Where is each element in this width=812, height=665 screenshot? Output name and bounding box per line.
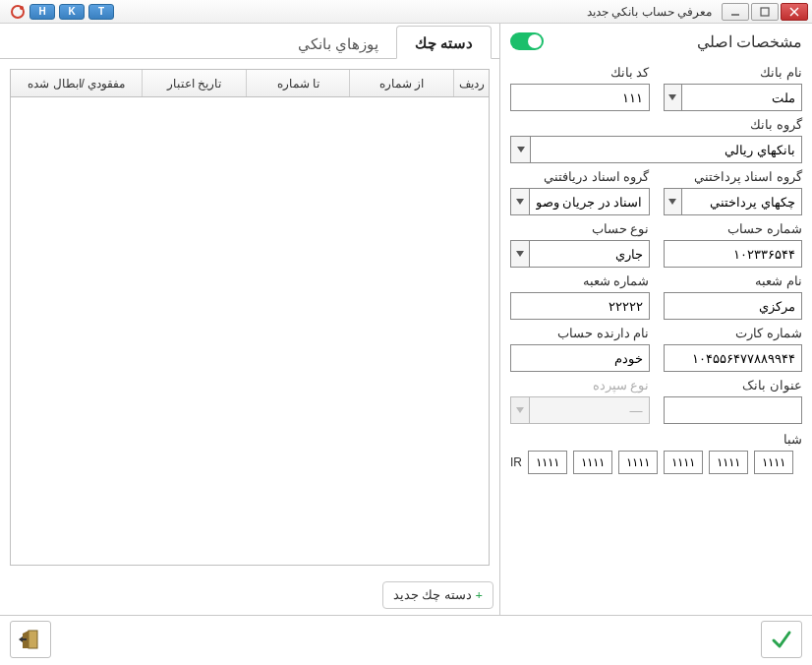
bank-title-label: عنوان بانک — [664, 378, 803, 393]
confirm-button[interactable] — [761, 621, 802, 658]
tab-cheque-book[interactable]: دسته چك — [396, 26, 492, 59]
receivable-group-input[interactable] — [529, 188, 650, 215]
bank-code-label: كد بانك — [510, 65, 650, 80]
hotkey-k-button[interactable]: K — [59, 4, 85, 20]
sheba-part-5[interactable] — [709, 451, 748, 474]
svg-marker-9 — [19, 636, 23, 642]
account-number-label: شماره حساب — [664, 221, 803, 236]
account-type-label: نوع حساب — [510, 221, 650, 236]
col-validity-date: تاريخ اعتبار — [142, 70, 246, 96]
sheba-part-1[interactable] — [528, 451, 567, 474]
main-details-panel: مشخصات اصلي نام بانك كد بانك گروه بانك — [499, 24, 812, 615]
cheque-table: رديف از شماره تا شماره تاريخ اعتبار مفقو… — [10, 69, 490, 566]
bottom-action-bar — [0, 616, 812, 663]
sheba-part-6[interactable] — [754, 451, 793, 474]
cheque-table-body — [11, 97, 489, 565]
account-holder-label: نام دارنده حساب — [510, 326, 650, 340]
add-cheque-book-button[interactable]: + دسته چك جديد — [382, 581, 493, 609]
hotkey-t-button[interactable]: T — [88, 4, 114, 20]
svg-rect-6 — [29, 631, 37, 648]
app-logo-icon — [10, 4, 26, 20]
account-type-dropdown[interactable] — [510, 240, 529, 268]
sheba-part-2[interactable] — [573, 451, 612, 474]
sheba-part-3[interactable] — [618, 451, 658, 474]
col-from-number: از شماره — [349, 70, 453, 96]
plus-icon: + — [476, 587, 483, 603]
title-bar: H K T معرفي حساب بانكي جديد — [0, 0, 812, 24]
card-number-input[interactable] — [664, 344, 803, 372]
deposit-type-label: نوع سپرده — [510, 378, 650, 393]
bank-title-input[interactable] — [664, 396, 803, 424]
exit-button[interactable] — [10, 621, 51, 658]
bank-name-label: نام بانك — [664, 65, 803, 80]
deposit-type-input — [529, 396, 650, 424]
window-title: معرفي حساب بانكي جديد — [587, 5, 712, 19]
section-title: مشخصات اصلي — [697, 32, 802, 51]
hotkey-h-button[interactable]: H — [29, 4, 55, 20]
card-number-label: شماره كارت — [664, 326, 803, 340]
bank-group-label: گروه بانك — [510, 117, 802, 132]
svg-line-5 — [790, 8, 798, 16]
account-holder-input[interactable] — [510, 344, 650, 372]
branch-code-input[interactable] — [510, 292, 650, 320]
col-to-number: تا شماره — [246, 70, 350, 96]
bank-group-input[interactable] — [530, 136, 802, 163]
minimize-button[interactable] — [722, 3, 749, 21]
active-toggle[interactable] — [510, 32, 544, 50]
payable-group-dropdown[interactable] — [664, 188, 682, 215]
sheba-label: شبا — [783, 432, 802, 447]
bank-code-input[interactable] — [510, 84, 650, 111]
receivable-group-label: گروه اسناد دريافتني — [510, 169, 650, 184]
sheba-part-4[interactable] — [664, 451, 703, 474]
col-lost-void: مفقودي /ابطال شده — [11, 70, 142, 96]
svg-point-1 — [20, 6, 24, 10]
svg-line-4 — [790, 8, 798, 16]
account-type-input[interactable] — [529, 240, 650, 268]
deposit-type-dropdown — [510, 396, 529, 424]
branch-name-label: نام شعبه — [664, 273, 803, 288]
payable-group-label: گروه اسناد پرداختني — [664, 169, 803, 184]
svg-rect-3 — [761, 8, 769, 16]
bank-group-dropdown[interactable] — [510, 136, 530, 163]
tab-bank-pos[interactable]: پوزهاي بانكي — [280, 28, 396, 59]
maximize-button[interactable] — [751, 3, 779, 21]
add-cheque-book-label: دسته چك جديد — [393, 587, 472, 603]
bank-name-input[interactable] — [681, 84, 802, 111]
col-row: رديف — [453, 70, 489, 96]
close-button[interactable] — [781, 3, 808, 21]
sheba-prefix: IR — [510, 455, 522, 469]
account-number-input[interactable] — [664, 240, 803, 268]
cheque-panel: دسته چك پوزهاي بانكي رديف از شماره تا شم… — [0, 24, 499, 615]
branch-name-input[interactable] — [664, 292, 803, 320]
receivable-group-dropdown[interactable] — [510, 188, 529, 215]
bank-name-dropdown[interactable] — [664, 84, 682, 111]
branch-code-label: شماره شعبه — [510, 273, 650, 288]
payable-group-input[interactable] — [681, 188, 802, 215]
